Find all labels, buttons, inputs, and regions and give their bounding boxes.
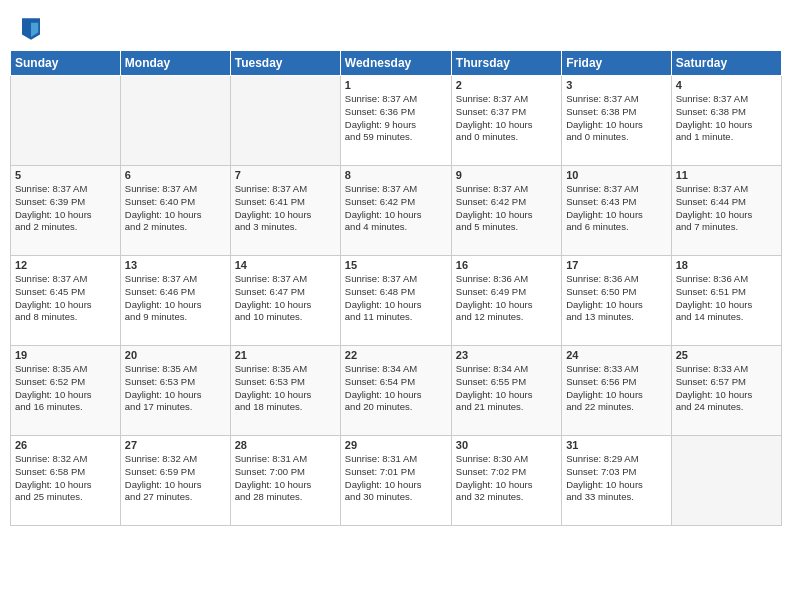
calendar-cell bbox=[230, 76, 340, 166]
logo bbox=[20, 18, 40, 40]
calendar-cell: 8Sunrise: 8:37 AM Sunset: 6:42 PM Daylig… bbox=[340, 166, 451, 256]
day-number: 26 bbox=[15, 439, 116, 451]
calendar-cell: 30Sunrise: 8:30 AM Sunset: 7:02 PM Dayli… bbox=[451, 436, 561, 526]
calendar-table: SundayMondayTuesdayWednesdayThursdayFrid… bbox=[10, 50, 782, 526]
day-info: Sunrise: 8:37 AM Sunset: 6:40 PM Dayligh… bbox=[125, 183, 226, 234]
day-number: 23 bbox=[456, 349, 557, 361]
calendar-cell: 2Sunrise: 8:37 AM Sunset: 6:37 PM Daylig… bbox=[451, 76, 561, 166]
calendar-cell: 16Sunrise: 8:36 AM Sunset: 6:49 PM Dayli… bbox=[451, 256, 561, 346]
calendar-cell: 10Sunrise: 8:37 AM Sunset: 6:43 PM Dayli… bbox=[562, 166, 671, 256]
day-number: 21 bbox=[235, 349, 336, 361]
day-number: 7 bbox=[235, 169, 336, 181]
day-info: Sunrise: 8:30 AM Sunset: 7:02 PM Dayligh… bbox=[456, 453, 557, 504]
day-info: Sunrise: 8:37 AM Sunset: 6:43 PM Dayligh… bbox=[566, 183, 666, 234]
day-number: 10 bbox=[566, 169, 666, 181]
day-info: Sunrise: 8:36 AM Sunset: 6:49 PM Dayligh… bbox=[456, 273, 557, 324]
calendar-cell: 4Sunrise: 8:37 AM Sunset: 6:38 PM Daylig… bbox=[671, 76, 781, 166]
day-info: Sunrise: 8:37 AM Sunset: 6:38 PM Dayligh… bbox=[676, 93, 777, 144]
calendar-cell: 29Sunrise: 8:31 AM Sunset: 7:01 PM Dayli… bbox=[340, 436, 451, 526]
calendar-week-row: 19Sunrise: 8:35 AM Sunset: 6:52 PM Dayli… bbox=[11, 346, 782, 436]
day-info: Sunrise: 8:37 AM Sunset: 6:41 PM Dayligh… bbox=[235, 183, 336, 234]
day-info: Sunrise: 8:37 AM Sunset: 6:37 PM Dayligh… bbox=[456, 93, 557, 144]
day-info: Sunrise: 8:31 AM Sunset: 7:01 PM Dayligh… bbox=[345, 453, 447, 504]
day-number: 14 bbox=[235, 259, 336, 271]
calendar-cell bbox=[11, 76, 121, 166]
calendar-cell: 1Sunrise: 8:37 AM Sunset: 6:36 PM Daylig… bbox=[340, 76, 451, 166]
calendar-week-row: 1Sunrise: 8:37 AM Sunset: 6:36 PM Daylig… bbox=[11, 76, 782, 166]
calendar-cell: 24Sunrise: 8:33 AM Sunset: 6:56 PM Dayli… bbox=[562, 346, 671, 436]
day-info: Sunrise: 8:37 AM Sunset: 6:44 PM Dayligh… bbox=[676, 183, 777, 234]
weekday-header: Friday bbox=[562, 51, 671, 76]
day-info: Sunrise: 8:35 AM Sunset: 6:52 PM Dayligh… bbox=[15, 363, 116, 414]
day-info: Sunrise: 8:37 AM Sunset: 6:42 PM Dayligh… bbox=[456, 183, 557, 234]
day-info: Sunrise: 8:36 AM Sunset: 6:51 PM Dayligh… bbox=[676, 273, 777, 324]
calendar-cell: 6Sunrise: 8:37 AM Sunset: 6:40 PM Daylig… bbox=[120, 166, 230, 256]
calendar-cell: 17Sunrise: 8:36 AM Sunset: 6:50 PM Dayli… bbox=[562, 256, 671, 346]
day-info: Sunrise: 8:37 AM Sunset: 6:42 PM Dayligh… bbox=[345, 183, 447, 234]
weekday-header: Saturday bbox=[671, 51, 781, 76]
calendar-cell: 15Sunrise: 8:37 AM Sunset: 6:48 PM Dayli… bbox=[340, 256, 451, 346]
day-info: Sunrise: 8:37 AM Sunset: 6:47 PM Dayligh… bbox=[235, 273, 336, 324]
day-number: 8 bbox=[345, 169, 447, 181]
weekday-header: Sunday bbox=[11, 51, 121, 76]
weekday-header-row: SundayMondayTuesdayWednesdayThursdayFrid… bbox=[11, 51, 782, 76]
calendar-cell: 3Sunrise: 8:37 AM Sunset: 6:38 PM Daylig… bbox=[562, 76, 671, 166]
day-info: Sunrise: 8:33 AM Sunset: 6:57 PM Dayligh… bbox=[676, 363, 777, 414]
calendar-week-row: 12Sunrise: 8:37 AM Sunset: 6:45 PM Dayli… bbox=[11, 256, 782, 346]
page-header bbox=[10, 10, 782, 44]
day-info: Sunrise: 8:32 AM Sunset: 6:58 PM Dayligh… bbox=[15, 453, 116, 504]
day-info: Sunrise: 8:37 AM Sunset: 6:36 PM Dayligh… bbox=[345, 93, 447, 144]
weekday-header: Monday bbox=[120, 51, 230, 76]
weekday-header: Thursday bbox=[451, 51, 561, 76]
day-info: Sunrise: 8:35 AM Sunset: 6:53 PM Dayligh… bbox=[235, 363, 336, 414]
day-number: 28 bbox=[235, 439, 336, 451]
day-info: Sunrise: 8:34 AM Sunset: 6:54 PM Dayligh… bbox=[345, 363, 447, 414]
calendar-cell: 21Sunrise: 8:35 AM Sunset: 6:53 PM Dayli… bbox=[230, 346, 340, 436]
calendar-cell: 25Sunrise: 8:33 AM Sunset: 6:57 PM Dayli… bbox=[671, 346, 781, 436]
day-number: 24 bbox=[566, 349, 666, 361]
weekday-header: Tuesday bbox=[230, 51, 340, 76]
calendar-cell: 13Sunrise: 8:37 AM Sunset: 6:46 PM Dayli… bbox=[120, 256, 230, 346]
calendar-cell bbox=[671, 436, 781, 526]
day-info: Sunrise: 8:33 AM Sunset: 6:56 PM Dayligh… bbox=[566, 363, 666, 414]
day-number: 31 bbox=[566, 439, 666, 451]
calendar-week-row: 5Sunrise: 8:37 AM Sunset: 6:39 PM Daylig… bbox=[11, 166, 782, 256]
day-info: Sunrise: 8:36 AM Sunset: 6:50 PM Dayligh… bbox=[566, 273, 666, 324]
calendar-cell: 27Sunrise: 8:32 AM Sunset: 6:59 PM Dayli… bbox=[120, 436, 230, 526]
calendar-cell: 26Sunrise: 8:32 AM Sunset: 6:58 PM Dayli… bbox=[11, 436, 121, 526]
weekday-header: Wednesday bbox=[340, 51, 451, 76]
day-info: Sunrise: 8:37 AM Sunset: 6:48 PM Dayligh… bbox=[345, 273, 447, 324]
day-number: 16 bbox=[456, 259, 557, 271]
day-number: 30 bbox=[456, 439, 557, 451]
calendar-cell: 9Sunrise: 8:37 AM Sunset: 6:42 PM Daylig… bbox=[451, 166, 561, 256]
day-info: Sunrise: 8:32 AM Sunset: 6:59 PM Dayligh… bbox=[125, 453, 226, 504]
day-info: Sunrise: 8:37 AM Sunset: 6:38 PM Dayligh… bbox=[566, 93, 666, 144]
day-number: 17 bbox=[566, 259, 666, 271]
day-number: 2 bbox=[456, 79, 557, 91]
day-info: Sunrise: 8:37 AM Sunset: 6:46 PM Dayligh… bbox=[125, 273, 226, 324]
calendar-cell: 22Sunrise: 8:34 AM Sunset: 6:54 PM Dayli… bbox=[340, 346, 451, 436]
day-number: 5 bbox=[15, 169, 116, 181]
calendar-cell: 31Sunrise: 8:29 AM Sunset: 7:03 PM Dayli… bbox=[562, 436, 671, 526]
day-number: 1 bbox=[345, 79, 447, 91]
day-info: Sunrise: 8:29 AM Sunset: 7:03 PM Dayligh… bbox=[566, 453, 666, 504]
day-info: Sunrise: 8:37 AM Sunset: 6:39 PM Dayligh… bbox=[15, 183, 116, 234]
day-number: 3 bbox=[566, 79, 666, 91]
day-number: 6 bbox=[125, 169, 226, 181]
calendar-cell: 5Sunrise: 8:37 AM Sunset: 6:39 PM Daylig… bbox=[11, 166, 121, 256]
calendar-week-row: 26Sunrise: 8:32 AM Sunset: 6:58 PM Dayli… bbox=[11, 436, 782, 526]
day-info: Sunrise: 8:35 AM Sunset: 6:53 PM Dayligh… bbox=[125, 363, 226, 414]
day-number: 27 bbox=[125, 439, 226, 451]
calendar-cell: 11Sunrise: 8:37 AM Sunset: 6:44 PM Dayli… bbox=[671, 166, 781, 256]
calendar-cell: 19Sunrise: 8:35 AM Sunset: 6:52 PM Dayli… bbox=[11, 346, 121, 436]
day-number: 25 bbox=[676, 349, 777, 361]
day-number: 13 bbox=[125, 259, 226, 271]
day-number: 11 bbox=[676, 169, 777, 181]
calendar-cell: 23Sunrise: 8:34 AM Sunset: 6:55 PM Dayli… bbox=[451, 346, 561, 436]
logo-icon bbox=[22, 18, 40, 40]
day-info: Sunrise: 8:37 AM Sunset: 6:45 PM Dayligh… bbox=[15, 273, 116, 324]
calendar-cell: 20Sunrise: 8:35 AM Sunset: 6:53 PM Dayli… bbox=[120, 346, 230, 436]
calendar-cell: 28Sunrise: 8:31 AM Sunset: 7:00 PM Dayli… bbox=[230, 436, 340, 526]
calendar-cell: 14Sunrise: 8:37 AM Sunset: 6:47 PM Dayli… bbox=[230, 256, 340, 346]
day-info: Sunrise: 8:31 AM Sunset: 7:00 PM Dayligh… bbox=[235, 453, 336, 504]
